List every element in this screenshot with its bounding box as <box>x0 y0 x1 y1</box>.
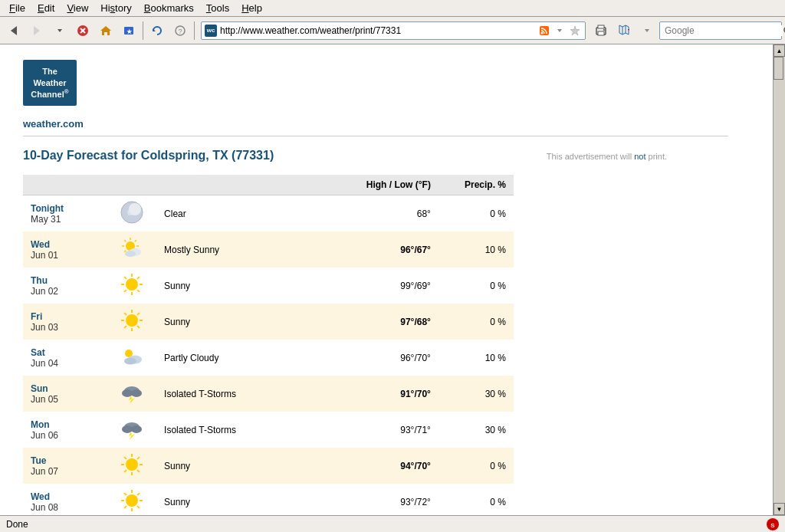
search-bar <box>659 21 782 40</box>
svg-text:?: ? <box>178 28 182 35</box>
day-cell: Tue Jun 07 <box>23 448 107 484</box>
menu-bar: File Edit View History Bookmarks Tools H… <box>0 0 785 17</box>
site-name-link[interactable]: weather.com <box>23 118 84 130</box>
registered-mark: ® <box>64 88 69 95</box>
condition-cell: Sunny <box>156 448 326 484</box>
svg-line-35 <box>135 240 136 241</box>
bookmarks-star-button[interactable]: ★ <box>118 20 140 41</box>
url-favicon: wc <box>205 25 217 37</box>
condition-cell: Isolated T-Storms <box>156 412 326 448</box>
svg-line-51 <box>124 326 126 328</box>
url-icons <box>537 24 582 38</box>
col-header-precip: Precip. % <box>438 175 514 195</box>
site-logo: The Weather Channel® <box>23 60 728 106</box>
temp-cell: 68° <box>326 195 438 232</box>
page-area: The Weather Channel® weather.com 10-Day … <box>0 44 773 515</box>
icon-cell <box>107 195 156 232</box>
ad-link[interactable]: not <box>634 152 645 161</box>
logo-line2: Weather <box>33 78 66 87</box>
scrollbar-up-button[interactable]: ▲ <box>774 44 785 57</box>
condition-cell: Mostly Sunny <box>156 232 326 268</box>
table-row: Fri Jun 03 Sunny 97°/68° 0 % <box>23 304 514 340</box>
precip-cell: 30 % <box>438 376 514 412</box>
scrollbar-down-button[interactable]: ▼ <box>774 503 785 515</box>
svg-marker-21 <box>645 29 649 32</box>
url-input[interactable] <box>220 25 534 36</box>
svg-line-40 <box>137 290 140 292</box>
svg-line-80 <box>124 506 126 508</box>
logo-box: The Weather Channel® <box>23 60 77 106</box>
condition-cell: Sunny <box>156 484 326 515</box>
svg-point-38 <box>126 278 138 291</box>
table-row: Mon Jun 06 Isolated T-Storms 93°/71° 30 … <box>23 412 514 448</box>
day-date: Jun 08 <box>31 502 100 513</box>
condition-cell: Partly Cloudy <box>156 340 326 376</box>
scrollbar-track[interactable] <box>774 57 785 503</box>
svg-line-55 <box>137 313 140 315</box>
temp-cell: 93°/72° <box>326 484 438 515</box>
print-button[interactable] <box>590 20 612 41</box>
maps-dropdown-btn[interactable] <box>636 20 658 41</box>
table-header-row: High / Low (°F) Precip. % <box>23 175 514 195</box>
unknown-button[interactable]: ? <box>169 20 191 41</box>
precip-cell: 0 % <box>438 304 514 340</box>
svg-point-65 <box>131 425 142 433</box>
day-name: Tonight <box>31 203 100 214</box>
day-name: Sun <box>31 383 100 394</box>
scrollbar[interactable]: ▲ ▼ <box>773 44 785 515</box>
svg-line-49 <box>137 326 140 328</box>
svg-point-67 <box>126 458 138 471</box>
svg-point-19 <box>603 29 605 31</box>
temp-cell: 96°/67° <box>326 232 438 268</box>
precip-cell: 0 % <box>438 448 514 484</box>
ad-text: This advertisement will not print. <box>547 152 667 161</box>
search-input[interactable] <box>662 25 783 36</box>
precip-cell: 0 % <box>438 484 514 515</box>
svg-text:★: ★ <box>126 28 133 35</box>
svg-line-53 <box>124 313 126 315</box>
svg-point-76 <box>126 494 138 507</box>
temp-cell: 94°/70° <box>326 448 438 484</box>
day-date: Jun 06 <box>31 430 100 441</box>
table-row: Sat Jun 04 Partly Cloudy 96°/70° 10 % <box>23 340 514 376</box>
rss-icon-btn[interactable] <box>537 24 551 38</box>
home-button[interactable] <box>95 20 117 41</box>
back-button[interactable] <box>3 20 25 41</box>
svg-marker-6 <box>100 26 111 35</box>
menu-bookmarks[interactable]: Bookmarks <box>138 1 200 15</box>
day-cell: Thu Jun 02 <box>23 268 107 304</box>
bookmark-star-btn[interactable] <box>568 24 582 38</box>
dropdown-button[interactable] <box>49 20 71 41</box>
svg-rect-18 <box>598 25 604 28</box>
forecast-table-body: Tonight May 31 Clear 68° 0 % Wed Jun 01 … <box>23 195 514 516</box>
svg-line-71 <box>124 470 126 472</box>
svg-point-47 <box>126 314 138 327</box>
menu-help[interactable]: Help <box>235 1 268 15</box>
reload-button[interactable] <box>146 20 168 41</box>
svg-marker-14 <box>557 29 562 32</box>
svg-line-84 <box>137 493 140 495</box>
day-cell: Wed Jun 01 <box>23 232 107 268</box>
day-cell: Sun Jun 05 <box>23 376 107 412</box>
toolbar-separator-1 <box>143 21 143 40</box>
condition-cell: Sunny <box>156 268 326 304</box>
precip-cell: 10 % <box>438 232 514 268</box>
menu-tools[interactable]: Tools <box>200 1 235 15</box>
menu-history[interactable]: History <box>94 1 137 15</box>
table-row: Wed Jun 08 Sunny 93°/72° 0 % <box>23 484 514 515</box>
day-name: Wed <box>31 491 100 502</box>
svg-text:S: S <box>770 522 775 529</box>
condition-cell: Clear <box>156 195 326 232</box>
stop-button[interactable] <box>72 20 94 41</box>
rss-dropdown-btn[interactable] <box>553 24 567 38</box>
day-date: May 31 <box>31 214 100 225</box>
maps-button[interactable] <box>613 20 635 41</box>
menu-view[interactable]: View <box>61 1 94 15</box>
scrollbar-thumb[interactable] <box>774 57 783 80</box>
menu-edit[interactable]: Edit <box>31 1 61 15</box>
forward-button[interactable] <box>26 20 48 41</box>
day-cell: Wed Jun 08 <box>23 484 107 515</box>
menu-file[interactable]: File <box>3 1 31 15</box>
temp-cell: 97°/68° <box>326 304 438 340</box>
title-row: 10-Day Forecast for Coldspring, TX (7733… <box>23 149 728 175</box>
